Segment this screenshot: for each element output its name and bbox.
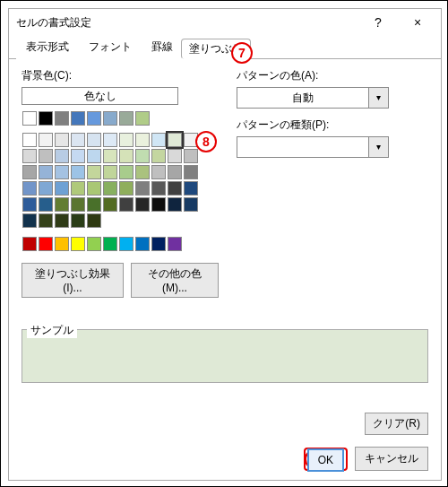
tab-number[interactable]: 表示形式 [16,35,79,59]
color-swatch[interactable] [87,181,101,196]
color-swatch[interactable] [151,133,166,147]
color-swatch[interactable] [168,237,182,251]
color-swatch[interactable] [55,133,69,147]
color-swatch[interactable] [184,165,198,179]
tab-border[interactable]: 罫線 [142,35,183,59]
titlebar: セルの書式設定 ? × [9,9,441,36]
color-swatch[interactable] [119,237,134,251]
color-swatch[interactable] [151,197,166,212]
color-swatch[interactable] [22,165,37,179]
color-swatch[interactable] [22,111,37,126]
color-swatch[interactable] [55,181,69,196]
color-swatch[interactable] [119,133,134,147]
color-swatch[interactable] [103,133,117,147]
color-swatch[interactable] [71,149,85,163]
color-swatch[interactable] [22,197,37,212]
color-swatch[interactable] [39,181,53,196]
color-swatch[interactable] [71,213,85,228]
dialog-title: セルの書式設定 [16,15,358,30]
pattern-color-label: パターンの色(A): [237,68,428,83]
color-swatch[interactable] [103,237,117,251]
color-swatch[interactable] [135,133,150,147]
color-swatch[interactable] [22,133,37,147]
color-swatch[interactable] [71,237,85,251]
color-swatch[interactable] [39,197,53,212]
color-swatch[interactable] [135,149,150,163]
color-swatch[interactable] [55,197,69,212]
color-swatch[interactable] [119,111,134,126]
color-swatch[interactable] [151,165,166,179]
chevron-down-icon: ▾ [368,88,388,108]
color-swatch[interactable] [39,237,53,251]
color-swatch[interactable] [168,181,182,196]
tab-font[interactable]: フォント [79,35,142,59]
pattern-type-select[interactable]: ▾ [237,136,389,158]
cancel-button[interactable]: キャンセル [355,447,428,471]
color-swatch[interactable] [103,181,117,196]
color-swatch[interactable] [39,149,53,163]
color-swatch[interactable] [87,133,101,147]
color-swatch[interactable] [39,133,53,147]
color-swatch[interactable] [87,237,101,251]
palette-theme [22,132,201,229]
color-swatch[interactable] [87,197,101,212]
pattern-color-select[interactable]: 自動 ▾ [237,87,389,109]
color-swatch[interactable] [55,237,69,251]
pattern-color-value: 自動 [237,91,368,106]
color-swatch[interactable] [168,133,182,147]
color-swatch[interactable] [184,149,198,163]
color-swatch[interactable] [39,213,53,228]
sample-label: サンプル [27,323,77,338]
color-swatch[interactable] [184,181,198,196]
color-swatch[interactable] [103,197,117,212]
color-swatch[interactable] [71,165,85,179]
color-swatch[interactable] [55,213,69,228]
color-swatch[interactable] [22,181,37,196]
color-swatch[interactable] [55,165,69,179]
ok-button[interactable]: OK [307,448,344,472]
color-swatch[interactable] [135,181,150,196]
color-swatch[interactable] [103,165,117,179]
color-swatch[interactable] [135,237,150,251]
color-swatch[interactable] [87,149,101,163]
color-swatch[interactable] [55,149,69,163]
color-swatch[interactable] [119,197,134,212]
color-swatch[interactable] [22,237,37,251]
no-color-button[interactable]: 色なし [22,87,178,105]
color-swatch[interactable] [168,149,182,163]
color-swatch[interactable] [135,165,150,179]
tab-bar: 表示形式 フォント 罫線 塗りつぶし [9,36,441,59]
color-swatch[interactable] [135,197,150,212]
color-swatch[interactable] [151,237,166,251]
color-swatch[interactable] [151,181,166,196]
color-swatch[interactable] [71,133,85,147]
color-swatch[interactable] [39,111,53,126]
color-swatch[interactable] [119,181,134,196]
color-swatch[interactable] [39,165,53,179]
color-swatch[interactable] [103,111,117,126]
color-swatch[interactable] [135,111,150,126]
clear-button[interactable]: クリア(R) [365,413,428,435]
color-swatch[interactable] [71,111,85,126]
other-colors-button[interactable]: その他の色(M)... [131,263,219,298]
color-swatch[interactable] [168,197,182,212]
color-swatch[interactable] [119,165,134,179]
color-swatch[interactable] [71,197,85,212]
color-swatch[interactable] [87,165,101,179]
palette-standard [22,236,219,252]
color-swatch[interactable] [71,181,85,196]
color-swatch[interactable] [87,111,101,126]
callout-7: 7 [231,42,253,64]
fill-effects-button[interactable]: 塗りつぶし効果(I)... [22,263,124,298]
color-swatch[interactable] [22,149,37,163]
color-swatch[interactable] [168,165,182,179]
color-swatch[interactable] [55,111,69,126]
color-swatch[interactable] [103,149,117,163]
color-swatch[interactable] [119,149,134,163]
color-swatch[interactable] [22,213,37,228]
color-swatch[interactable] [87,213,101,228]
close-icon[interactable]: × [398,10,437,35]
help-icon[interactable]: ? [358,10,398,35]
color-swatch[interactable] [151,149,166,163]
color-swatch[interactable] [184,197,198,212]
